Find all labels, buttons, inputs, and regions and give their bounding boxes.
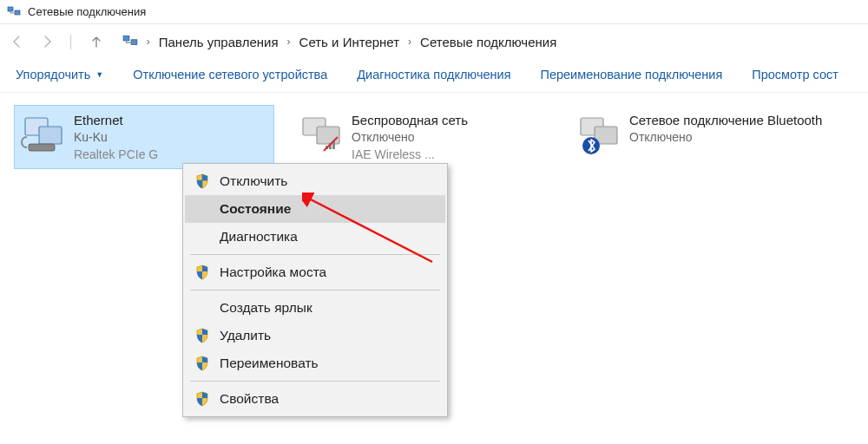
menu-item-shortcut[interactable]: Создать ярлык (185, 294, 445, 322)
network-connections-icon (7, 5, 21, 19)
menu-item-status[interactable]: Состояние (185, 195, 445, 223)
toolbar-label: Диагностика подключения (357, 68, 510, 82)
connection-name: Беспроводная сеть (352, 111, 468, 129)
menu-item-bridge[interactable]: Настройка моста (185, 258, 445, 286)
toolbar-label: Отключение сетевого устройства (133, 68, 327, 82)
menu-item-disable[interactable]: Отключить (185, 167, 445, 195)
menu-item-label: Состояние (220, 201, 433, 217)
title-bar: Сетевые подключения (0, 0, 868, 24)
connection-status: Ku-Ku (74, 129, 158, 147)
blank-icon (194, 299, 211, 317)
menu-item-rename[interactable]: Переименовать (185, 349, 445, 377)
disable-device-button[interactable]: Отключение сетевого устройства (133, 68, 327, 82)
svg-rect-0 (8, 7, 13, 11)
organize-menu-button[interactable]: Упорядочить ▼ (16, 68, 103, 82)
blank-icon (194, 228, 211, 245)
menu-item-label: Настройка моста (220, 264, 433, 280)
chevron-down-icon: ▼ (95, 70, 103, 79)
breadcrumb-item[interactable]: Сетевые подключения (420, 35, 556, 49)
window-title: Сетевые подключения (28, 5, 146, 18)
toolbar-label: Упорядочить (16, 68, 90, 82)
toolbar: Упорядочить ▼ Отключение сетевого устрой… (0, 59, 868, 93)
view-status-button[interactable]: Просмотр сост (752, 68, 838, 82)
connection-name: Ethernet (74, 111, 158, 129)
menu-separator (190, 381, 440, 382)
svg-rect-2 (123, 36, 129, 41)
nav-forward-button[interactable] (38, 33, 56, 50)
connection-status: Отключено (352, 129, 468, 147)
nav-separator: │ (68, 35, 76, 49)
menu-item-label: Диагностика (220, 229, 433, 245)
menu-separator (190, 254, 440, 255)
connection-item-bluetooth[interactable]: Сетевое подключение Bluetooth Отключено (569, 105, 830, 169)
nav-up-button[interactable] (88, 33, 105, 50)
menu-item-diagnose[interactable]: Диагностика (185, 223, 445, 251)
menu-item-label: Создать ярлык (220, 300, 433, 316)
shield-icon (194, 173, 211, 190)
svg-rect-8 (317, 127, 339, 144)
breadcrumb-item[interactable]: Панель управления (159, 35, 279, 49)
rename-connection-button[interactable]: Переименование подключения (540, 68, 722, 82)
menu-separator (190, 290, 440, 291)
blank-icon (194, 200, 211, 218)
connection-status: Отключено (629, 129, 822, 147)
shield-icon (194, 355, 211, 372)
chevron-right-icon: › (287, 36, 291, 48)
connection-device: Realtek PCIe G (74, 147, 158, 164)
diagnose-connection-button[interactable]: Диагностика подключения (357, 68, 510, 82)
bluetooth-adapter-icon (575, 111, 621, 156)
connection-device: IAE Wireless ... (352, 147, 468, 164)
connection-item-ethernet[interactable]: Ethernet Ku-Ku Realtek PCIe G (14, 105, 274, 169)
shield-icon (194, 390, 211, 408)
toolbar-label: Просмотр сост (752, 68, 838, 82)
shield-icon (194, 327, 211, 344)
menu-item-label: Свойства (220, 391, 433, 407)
toolbar-label: Переименование подключения (540, 68, 722, 82)
chevron-right-icon: › (408, 36, 411, 48)
shield-icon (194, 264, 211, 281)
breadcrumb[interactable]: › Панель управления › Сеть и Интернет › … (117, 34, 557, 49)
connection-name: Сетевое подключение Bluetooth (629, 111, 822, 129)
wireless-adapter-icon (298, 111, 343, 156)
nav-back-button[interactable] (9, 33, 26, 50)
chevron-right-icon: › (147, 36, 150, 48)
menu-item-delete[interactable]: Удалить (185, 322, 445, 349)
ethernet-adapter-icon (20, 111, 65, 156)
context-menu: Отключить Состояние Диагностика Настройк… (182, 163, 448, 417)
svg-rect-6 (29, 144, 55, 151)
menu-item-label: Удалить (220, 328, 433, 343)
svg-rect-5 (39, 127, 62, 144)
connection-item-wireless[interactable]: Беспроводная сеть Отключено IAE Wireless… (292, 105, 552, 169)
menu-item-label: Переименовать (220, 356, 433, 371)
network-connections-icon (122, 34, 138, 49)
menu-item-label: Отключить (220, 173, 433, 189)
menu-item-properties[interactable]: Свойства (185, 385, 445, 413)
breadcrumb-item[interactable]: Сеть и Интернет (299, 35, 400, 49)
navigation-bar: │ › Панель управления › Сеть и Интернет … (0, 24, 868, 59)
